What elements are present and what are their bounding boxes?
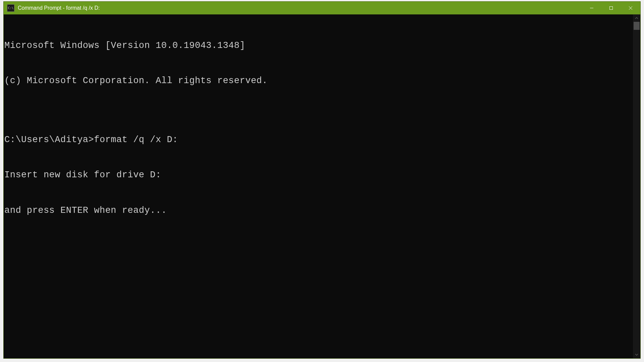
scroll-down-arrow[interactable]	[633, 351, 640, 358]
maximize-icon	[609, 6, 613, 10]
close-icon	[629, 6, 633, 10]
vertical-scrollbar[interactable]	[633, 14, 640, 358]
window-controls	[582, 2, 640, 14]
chevron-up-icon	[635, 17, 638, 19]
scroll-track[interactable]	[633, 22, 640, 351]
svg-rect-1	[610, 7, 613, 10]
terminal-line: Microsoft Windows [Version 10.0.19043.13…	[4, 40, 632, 52]
close-button[interactable]	[621, 2, 640, 14]
command-prompt-window: C:\ Command Prompt - format /q /x D: Mic…	[3, 1, 641, 359]
terminal-line: and press ENTER when ready...	[4, 205, 632, 217]
terminal-line: (c) Microsoft Corporation. All rights re…	[4, 75, 632, 87]
terminal-line: C:\Users\Aditya>format /q /x D:	[4, 134, 632, 146]
minimize-button[interactable]	[582, 2, 601, 14]
titlebar[interactable]: C:\ Command Prompt - format /q /x D:	[4, 2, 640, 14]
content-area: Microsoft Windows [Version 10.0.19043.13…	[4, 14, 640, 358]
window-title: Command Prompt - format /q /x D:	[18, 5, 582, 11]
scroll-up-arrow[interactable]	[633, 14, 640, 22]
terminal-output[interactable]: Microsoft Windows [Version 10.0.19043.13…	[4, 14, 633, 358]
minimize-icon	[590, 6, 594, 10]
chevron-down-icon	[635, 354, 638, 356]
terminal-line: Insert new disk for drive D:	[4, 169, 632, 181]
app-icon: C:\	[7, 4, 14, 12]
maximize-button[interactable]	[601, 2, 621, 14]
app-icon-label: C:\	[8, 6, 13, 10]
scroll-thumb[interactable]	[634, 22, 640, 30]
